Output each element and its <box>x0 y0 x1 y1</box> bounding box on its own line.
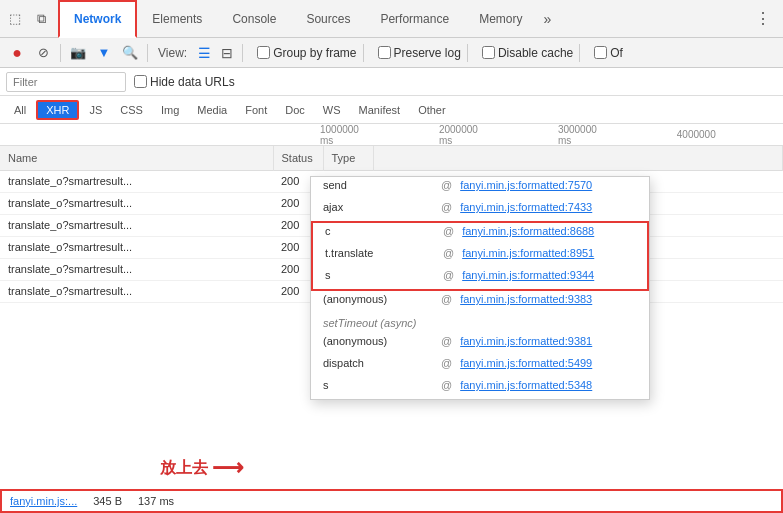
timeline-marker: 2000000 ms <box>439 124 478 146</box>
tab-menu-btn[interactable]: ⋮ <box>747 9 779 28</box>
popup-row-name: (anonymous) <box>323 335 433 347</box>
type-filter-other[interactable]: Other <box>410 102 454 118</box>
cell-name: translate_o?smartresult... <box>0 192 273 214</box>
popup-row[interactable]: s@fanyi.min.js:formatted:9344 <box>313 267 647 289</box>
search-icon: 🔍 <box>122 45 138 60</box>
cursor-icon-btn[interactable]: ⬚ <box>4 8 26 30</box>
view-select-group: ☰ ⊟ <box>195 43 236 63</box>
type-filters: AllXHRJSCSSImgMediaFontDocWSManifestOthe… <box>0 96 783 124</box>
type-filter-img[interactable]: Img <box>153 102 187 118</box>
toolbar-divider-4 <box>363 44 364 62</box>
record-btn[interactable]: ● <box>6 42 28 64</box>
popup-row-link[interactable]: fanyi.min.js:formatted:5348 <box>460 379 592 391</box>
popup-row-at: @ <box>443 225 454 237</box>
col-header-waterfall <box>373 146 783 170</box>
filter-btn[interactable]: ▼ <box>93 42 115 64</box>
disable-cache-checkbox[interactable] <box>482 46 495 59</box>
popup-row-link[interactable]: fanyi.min.js:formatted:8951 <box>462 247 594 259</box>
popup-row-link[interactable]: fanyi.min.js:formatted:7433 <box>460 201 592 213</box>
offline-label: Of <box>610 46 623 60</box>
tab-sources[interactable]: Sources <box>291 0 365 38</box>
screen-icon-btn[interactable]: ⧉ <box>30 8 52 30</box>
type-filter-js[interactable]: JS <box>81 102 110 118</box>
tab-memory[interactable]: Memory <box>464 0 537 38</box>
tab-network[interactable]: Network <box>58 0 137 38</box>
group-by-frame-checkbox[interactable] <box>257 46 270 59</box>
col-header-name[interactable]: Name <box>0 146 273 170</box>
col-header-status[interactable]: Status <box>273 146 323 170</box>
popup-row-link[interactable]: fanyi.min.js:formatted:9344 <box>462 269 594 281</box>
cell-name: translate_o?smartresult... <box>0 280 273 302</box>
filter-input[interactable] <box>6 72 126 92</box>
hide-data-urls-checkbox[interactable] <box>134 75 147 88</box>
popup-row-link[interactable]: fanyi.min.js:formatted:8688 <box>462 225 594 237</box>
popup-row-link[interactable]: fanyi.min.js:formatted:5499 <box>460 357 592 369</box>
type-filter-manifest[interactable]: Manifest <box>351 102 409 118</box>
hide-data-urls-group: Hide data URLs <box>134 75 235 89</box>
popup-row-name: s <box>323 379 433 391</box>
bottom-row-time: 137 ms <box>138 495 174 507</box>
cell-name: translate_o?smartresult... <box>0 170 273 192</box>
table-header-row: Name Status Type <box>0 146 783 170</box>
popup-row-at: @ <box>443 247 454 259</box>
tab-more-btn[interactable]: » <box>537 3 557 35</box>
popup-row-at: @ <box>441 379 452 391</box>
annotation-text: 放上去 <box>160 458 208 479</box>
type-filter-ws[interactable]: WS <box>315 102 349 118</box>
view-list-icon[interactable]: ☰ <box>195 43 214 63</box>
type-filter-xhr[interactable]: XHR <box>36 100 79 120</box>
popup-row-link[interactable]: fanyi.min.js:formatted:9381 <box>460 335 592 347</box>
view-label: View: <box>158 46 187 60</box>
video-btn[interactable]: 📷 <box>67 42 89 64</box>
tab-icons: ⬚ ⧉ <box>4 8 52 30</box>
screen-icon: ⧉ <box>37 11 46 27</box>
disable-cache-label: Disable cache <box>498 46 573 60</box>
type-filter-css[interactable]: CSS <box>112 102 151 118</box>
tab-elements[interactable]: Elements <box>137 0 217 38</box>
preserve-log-checkbox[interactable] <box>378 46 391 59</box>
popup-row[interactable]: t.translate@fanyi.min.js:formatted:8951 <box>313 245 647 267</box>
toolbar-divider-3 <box>242 44 243 62</box>
bottom-row: fanyi.min.js:... 345 B 137 ms <box>0 489 783 513</box>
popup-row-name: (anonymous) <box>323 293 433 305</box>
popup-row[interactable]: s@fanyi.min.js:formatted:5348 <box>311 377 649 399</box>
offline-checkbox[interactable] <box>594 46 607 59</box>
popup-row-link[interactable]: fanyi.min.js:formatted:7570 <box>460 179 592 191</box>
popup-row[interactable]: c@fanyi.min.js:formatted:8688 <box>313 223 647 245</box>
popup-row[interactable]: send@fanyi.min.js:formatted:7570 <box>311 177 649 199</box>
cursor-icon: ⬚ <box>9 11 21 26</box>
type-filter-all[interactable]: All <box>6 102 34 118</box>
tab-bar: ⬚ ⧉ Network Elements Console Sources Per… <box>0 0 783 38</box>
toolbar: ● ⊘ 📷 ▼ 🔍 View: ☰ ⊟ Group by frame Prese… <box>0 38 783 68</box>
type-filter-doc[interactable]: Doc <box>277 102 313 118</box>
bottom-row-link[interactable]: fanyi.min.js:... <box>10 495 77 507</box>
popup-row-at: @ <box>441 335 452 347</box>
popup-row-link[interactable]: fanyi.min.js:formatted:9383 <box>460 293 592 305</box>
type-filter-media[interactable]: Media <box>189 102 235 118</box>
popup-row-name: s <box>325 269 435 281</box>
search-btn[interactable]: 🔍 <box>119 42 141 64</box>
popup-row[interactable]: ajax@fanyi.min.js:formatted:7433 <box>311 199 649 221</box>
cell-name: translate_o?smartresult... <box>0 214 273 236</box>
main-content: Name Status Type translate_o?smartresult… <box>0 146 783 513</box>
view-waterfall-icon[interactable]: ⊟ <box>218 43 236 63</box>
timeline-marker: 4000000 <box>677 129 716 140</box>
bottom-row-size: 345 B <box>93 495 122 507</box>
video-icon: 📷 <box>70 45 86 60</box>
cell-name: translate_o?smartresult... <box>0 236 273 258</box>
popup-row-at: @ <box>441 201 452 213</box>
tab-performance[interactable]: Performance <box>365 0 464 38</box>
disable-cache-group: Disable cache <box>482 46 573 60</box>
col-header-type[interactable]: Type <box>323 146 373 170</box>
popup-row[interactable]: dispatch@fanyi.min.js:formatted:5499 <box>311 355 649 377</box>
tab-console[interactable]: Console <box>217 0 291 38</box>
group-by-frame-label: Group by frame <box>273 46 356 60</box>
popup-overlay: send@fanyi.min.js:formatted:7570ajax@fan… <box>310 176 650 400</box>
stop-btn[interactable]: ⊘ <box>32 42 54 64</box>
popup-row[interactable]: (anonymous)@fanyi.min.js:formatted:9383 <box>311 291 649 313</box>
timeline-row: 1000000 ms2000000 ms3000000 ms4000000900… <box>0 124 783 146</box>
type-filter-font[interactable]: Font <box>237 102 275 118</box>
toolbar-divider-1 <box>60 44 61 62</box>
filter-icon: ▼ <box>98 45 111 60</box>
popup-row[interactable]: (anonymous)@fanyi.min.js:formatted:9381 <box>311 333 649 355</box>
